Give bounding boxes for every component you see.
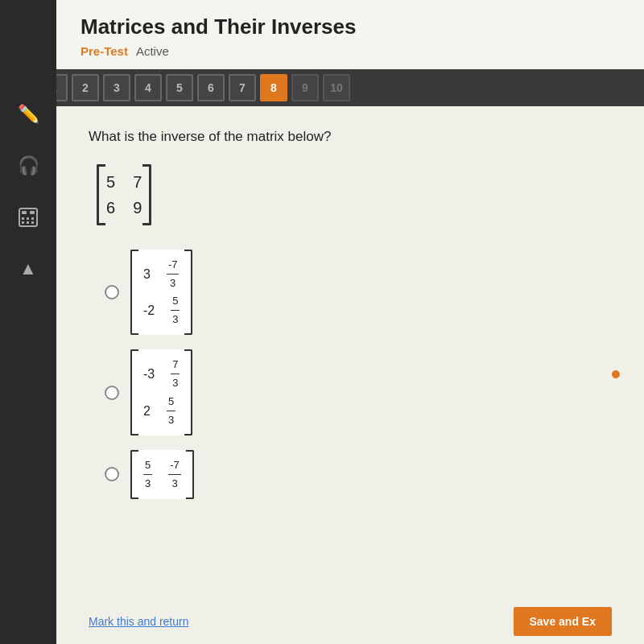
cell-b-2-1: 2 (143, 400, 151, 422)
svg-rect-6 (22, 221, 24, 224)
save-exit-button[interactable]: Save and Ex (514, 607, 613, 636)
mark-return-link[interactable]: Mark this and return (89, 615, 189, 628)
tab-6[interactable]: 6 (197, 74, 225, 101)
frac-7-3-b: 7 3 (171, 356, 180, 392)
radio-c[interactable] (105, 467, 119, 481)
tab-9[interactable]: 9 (291, 74, 319, 101)
pencil-icon[interactable]: ✏️ (10, 97, 46, 132)
page-title: Matrices and Their Inverses (80, 14, 620, 39)
cell-2-2: 9 (133, 195, 142, 221)
answer-row-b2: 2 5 3 (143, 393, 180, 429)
tab-10[interactable]: 10 (323, 74, 350, 101)
matrix-row-2: 6 9 (106, 195, 142, 221)
cell-c-1-1: 5 3 (143, 456, 152, 493)
cell-b-1-1: -3 (143, 363, 155, 385)
question-area: What is the inverse of the matrix below?… (56, 106, 644, 599)
cell-1-1: 5 (106, 169, 115, 195)
cell-a-2-1: -2 (143, 299, 155, 321)
arrow-up-icon[interactable]: ▲ (10, 251, 46, 287)
svg-rect-7 (27, 221, 29, 224)
frac-5-3-b: 5 3 (167, 393, 175, 429)
tab-3[interactable]: 3 (103, 74, 130, 101)
radio-a[interactable] (105, 285, 119, 299)
frac-5-3-a: 5 3 (171, 292, 180, 328)
main-content: Matrices and Their Inverses Pre-Test Act… (56, 0, 644, 644)
given-matrix: 5 7 6 9 (97, 164, 612, 225)
calculator-icon[interactable] (10, 200, 46, 235)
cell-b-1-2: 7 3 (171, 356, 180, 392)
svg-rect-8 (31, 221, 34, 224)
answer-matrix-a: 3 -7 3 -2 5 3 (130, 250, 192, 335)
matrix-bracket: 5 7 6 9 (97, 164, 151, 225)
cell-2-1: 6 (106, 195, 115, 221)
svg-rect-2 (30, 211, 35, 214)
frac-neg7-3-c: -7 3 (168, 456, 181, 493)
header: Matrices and Their Inverses Pre-Test Act… (56, 0, 644, 69)
pretest-label: Pre-Test (80, 44, 128, 58)
svg-rect-3 (22, 217, 24, 220)
svg-rect-5 (31, 217, 34, 220)
active-label: Active (136, 44, 169, 58)
headphone-icon[interactable]: 🎧 (10, 148, 46, 184)
cell-a-2-2: 5 3 (171, 292, 180, 328)
answer-matrix-c: 5 3 -7 3 (130, 450, 194, 499)
answer-choice-b: -3 7 3 2 5 3 (105, 349, 612, 435)
matrix-row-1: 5 7 (106, 169, 142, 195)
svg-rect-1 (22, 211, 27, 214)
cell-1-2: 7 (133, 169, 142, 195)
tab-5[interactable]: 5 (166, 74, 193, 101)
cell-c-1-2: -7 3 (168, 456, 181, 493)
footer-row: Mark this and return Save and Ex (56, 599, 644, 644)
answer-row-c1: 5 3 -7 3 (143, 456, 181, 493)
frac-neg7-3: -7 3 (167, 256, 180, 292)
answer-matrix-b: -3 7 3 2 5 3 (130, 349, 192, 435)
tab-8[interactable]: 8 (260, 74, 287, 101)
svg-rect-4 (27, 217, 29, 220)
cell-a-1-1: 3 (143, 263, 151, 285)
tabs-row: 1 2 3 4 5 6 7 8 9 10 (32, 69, 644, 106)
answer-row-b1: -3 7 3 (143, 356, 180, 392)
answer-choice-c: 5 3 -7 3 (105, 450, 612, 499)
answer-row-a2: -2 5 3 (143, 292, 180, 328)
radio-b[interactable] (105, 386, 119, 400)
tab-7[interactable]: 7 (229, 74, 256, 101)
frac-5-3-c: 5 3 (143, 456, 152, 493)
breadcrumb-row: Pre-Test Active (80, 44, 620, 58)
answer-row-a1: 3 -7 3 (143, 256, 180, 292)
tab-2[interactable]: 2 (72, 74, 99, 101)
tab-4[interactable]: 4 (134, 74, 162, 101)
answer-choices: 3 -7 3 -2 5 3 (105, 250, 612, 499)
sidebar: ✏️ 🎧 ▲ (0, 0, 56, 644)
orange-dot (612, 370, 620, 378)
question-text: What is the inverse of the matrix below? (89, 129, 612, 145)
cell-b-2-2: 5 3 (167, 393, 175, 429)
cell-a-1-2: -7 3 (167, 256, 180, 292)
answer-choice-a: 3 -7 3 -2 5 3 (105, 250, 612, 335)
